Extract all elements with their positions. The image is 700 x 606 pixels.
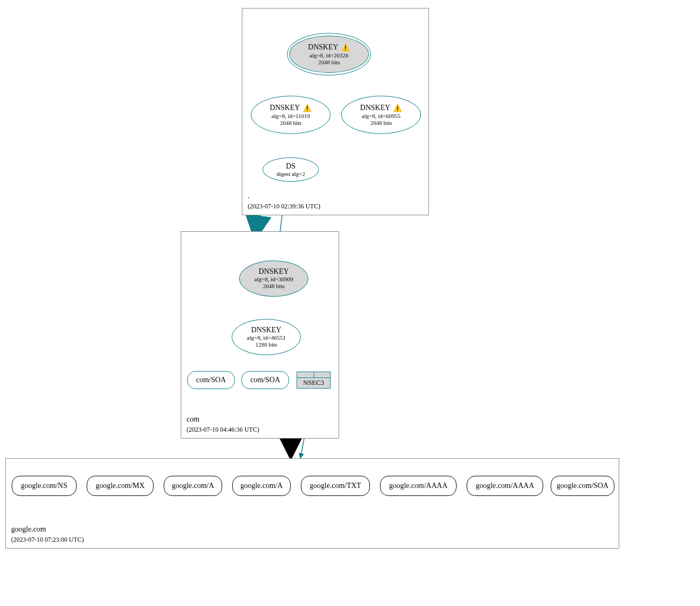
zone-root-name: .	[248, 192, 250, 200]
node-google-a2: google.com/A	[232, 476, 291, 496]
node-root-zsk2-detail1: alg=8, id=60955	[362, 113, 401, 120]
node-google-a1-label: google.com/A	[172, 482, 214, 490]
node-root-ds: DS digest alg=2	[263, 157, 319, 182]
edge-zone-com-to-google	[291, 439, 291, 458]
zone-google-label: google.com (2023-07-10 07:23:00 UTC)	[11, 525, 84, 545]
node-google-aaaa1-label: google.com/AAAA	[389, 482, 448, 490]
node-com-zsk-title: DNSKEY	[251, 326, 282, 334]
zone-com-name: com	[187, 415, 199, 423]
node-com-soa1-label: com/SOA	[196, 376, 226, 384]
node-google-txt: google.com/TXT	[301, 476, 370, 496]
node-root-ksk-title: DNSKEY ⚠️	[308, 43, 350, 52]
nsec3-header	[297, 372, 330, 378]
zone-com-label: com (2023-07-10 04:46:36 UTC)	[187, 415, 259, 435]
node-root-zsk2-detail2: 2048 bits	[370, 120, 392, 127]
node-google-a2-label: google.com/A	[240, 482, 283, 490]
node-com-zsk-detail2: 1280 bits	[256, 341, 277, 348]
warning-icon: ⚠️	[341, 44, 350, 52]
node-root-ksk-detail1: alg=8, id=20326	[310, 52, 349, 59]
node-root-ds-title: DS	[286, 162, 296, 171]
node-root-ksk-title-text: DNSKEY	[308, 43, 338, 51]
node-root-zsk2-title: DNSKEY ⚠️	[360, 104, 402, 113]
node-com-nsec3: NSEC3	[297, 372, 331, 389]
node-root-ksk-inner: DNSKEY ⚠️ alg=8, id=20326 2048 bits	[289, 36, 369, 73]
node-root-zsk2-title-text: DNSKEY	[360, 104, 390, 112]
node-google-mx: google.com/MX	[87, 476, 154, 496]
nsec3-header-cell	[297, 372, 314, 377]
warning-icon: ⚠️	[393, 104, 402, 113]
node-root-zsk1-title-text: DNSKEY	[270, 104, 300, 112]
node-root-ksk-detail2: 2048 bits	[318, 59, 340, 66]
node-com-ksk-detail2: 2048 bits	[263, 283, 285, 290]
node-root-zsk1-detail1: alg=8, id=11019	[272, 113, 310, 120]
node-google-ns: google.com/NS	[12, 476, 77, 496]
dnssec-delegation-diagram: . (2023-07-10 02:39:36 UTC) com (2023-07…	[0, 0, 700, 606]
zone-google-timestamp: (2023-07-10 07:23:00 UTC)	[11, 536, 84, 543]
node-google-aaaa2-label: google.com/AAAA	[476, 482, 534, 490]
node-google-aaaa2: google.com/AAAA	[467, 476, 543, 496]
zone-root-timestamp: (2023-07-10 02:39:36 UTC)	[248, 203, 321, 210]
node-root-zsk1: DNSKEY ⚠️ alg=8, id=11019 2048 bits	[251, 96, 331, 134]
node-google-txt-label: google.com/TXT	[310, 482, 361, 490]
warning-icon: ⚠️	[302, 104, 311, 113]
node-google-a1: google.com/A	[164, 476, 222, 496]
node-com-soa2-label: com/SOA	[250, 376, 280, 384]
node-google-mx-label: google.com/MX	[96, 482, 145, 490]
node-google-soa: google.com/SOA	[551, 476, 614, 496]
node-google-aaaa1: google.com/AAAA	[380, 476, 457, 496]
node-google-soa-label: google.com/SOA	[556, 482, 609, 490]
node-google-ns-label: google.com/NS	[21, 482, 68, 490]
node-com-ksk-title: DNSKEY	[259, 267, 289, 276]
node-com-soa1: com/SOA	[187, 371, 235, 389]
node-root-ksk: DNSKEY ⚠️ alg=8, id=20326 2048 bits	[287, 33, 371, 75]
node-root-zsk1-title: DNSKEY ⚠️	[270, 104, 312, 113]
zone-google-name: google.com	[11, 525, 46, 533]
node-com-ksk-detail1: alg=8, id=30909	[255, 276, 293, 283]
node-root-zsk1-detail2: 2048 bits	[280, 120, 302, 127]
node-root-zsk2: DNSKEY ⚠️ alg=8, id=60955 2048 bits	[341, 96, 421, 134]
node-com-zsk-detail1: alg=8, id=46551	[247, 334, 286, 341]
node-com-nsec3-label: NSEC3	[297, 378, 330, 388]
zone-google: google.com (2023-07-10 07:23:00 UTC)	[5, 458, 619, 549]
zone-com-timestamp: (2023-07-10 04:46:36 UTC)	[187, 426, 259, 433]
node-com-soa2: com/SOA	[241, 371, 289, 389]
nsec3-header-cell	[314, 372, 331, 377]
node-com-ksk: DNSKEY alg=8, id=30909 2048 bits	[239, 260, 308, 297]
zone-root-label: . (2023-07-10 02:39:36 UTC)	[248, 191, 321, 212]
node-com-zsk: DNSKEY alg=8, id=46551 1280 bits	[232, 319, 301, 355]
node-root-ds-detail1: digest alg=2	[276, 171, 305, 178]
